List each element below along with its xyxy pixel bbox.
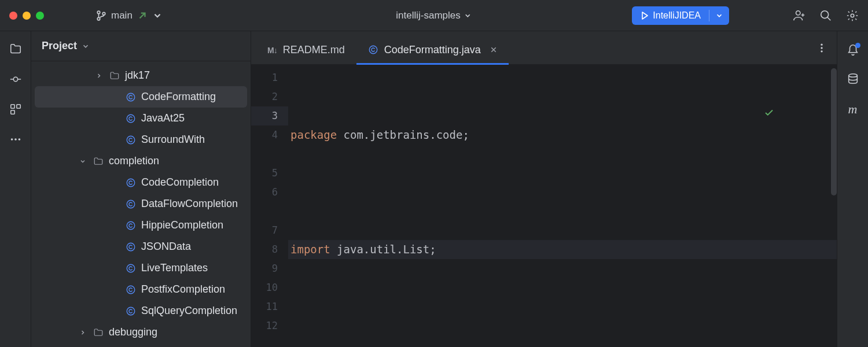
svg-point-1 [97,17,100,20]
svg-point-4 [821,10,829,18]
tree-item-label: JavaAt25 [141,112,185,124]
svg-point-23 [369,46,377,54]
tree-item-debugging[interactable]: debugging [31,322,251,343]
project-tree[interactable]: jdk17CodeFormattingJavaAt25SurroundWithc… [31,61,251,347]
tree-item-label: PostfixCompletion [141,283,225,296]
editor-tab-readme-md[interactable]: M↓README.md [256,35,356,64]
tree-item-label: jdk17 [125,69,150,82]
class-icon [368,45,378,55]
more-tool-icon[interactable] [9,133,22,146]
commit-tool-icon[interactable] [9,73,22,86]
tree-item-jsondata[interactable]: JSONData [31,236,251,257]
chevron-down-icon[interactable] [78,158,88,165]
arrow-up-right-icon [137,10,148,21]
svg-point-24 [821,43,822,45]
svg-point-6 [13,77,17,81]
notifications-icon[interactable] [847,44,859,57]
tree-item-dataflowcompletion[interactable]: DataFlowCompletion [31,193,251,215]
markdown-icon: M↓ [267,44,277,56]
project-panel-header[interactable]: Project [31,31,251,61]
tree-item-hippiecompletion[interactable]: HippieCompletion [31,215,251,236]
code-editor[interactable]: package com.jetbrains.code; import java.… [288,65,837,347]
svg-point-16 [127,179,135,187]
search-icon[interactable] [819,9,832,22]
tree-item-label: completion [109,155,159,167]
tree-item-completion[interactable]: completion [31,150,251,172]
project-name-dropdown[interactable]: intellij-samples [396,10,472,21]
chevron-down-icon [82,42,90,50]
project-tool-window: Project jdk17CodeFormattingJavaAt25Surro… [31,31,251,347]
editor-gutter: 1 2 3 4 5 6 7 8 9 10 11 12 [251,65,288,347]
branch-name: main [111,10,133,21]
close-window-button[interactable] [9,12,17,20]
tree-item-label: DataFlowCompletion [141,198,238,210]
svg-point-25 [821,47,822,49]
tree-item-postfixcompletion[interactable]: PostfixCompletion [31,279,251,300]
tree-item-codecompletion[interactable]: CodeCompletion [31,172,251,193]
svg-point-10 [10,138,13,141]
tree-item-codeformatting[interactable]: CodeFormatting [35,86,247,108]
svg-point-11 [14,138,17,141]
class-icon [125,113,137,124]
zoom-window-button[interactable] [36,12,44,20]
tree-item-jdk17[interactable]: jdk17 [31,65,251,86]
svg-point-3 [796,10,800,14]
svg-point-29 [848,74,857,77]
class-icon [125,135,137,145]
minimize-window-button[interactable] [23,12,31,20]
tree-item-label: JSONData [141,241,191,253]
scrollbar-thumb[interactable] [831,68,837,195]
chevron-down-icon [715,12,723,20]
divider [709,10,709,21]
database-tool-icon[interactable] [847,73,859,86]
editor-tab-bar: M↓README.mdCodeFormatting.java [251,31,837,65]
tree-item-label: SurroundWith [141,134,205,146]
tree-item-javaat25[interactable]: JavaAt25 [31,108,251,129]
run-configuration-button[interactable]: IntelliJIDEA [632,6,729,25]
folder-icon [93,156,104,167]
code-with-me-icon[interactable] [793,9,806,22]
svg-point-12 [18,138,20,141]
tree-item-sqlquerycompletion[interactable]: SqlQueryCompletion [31,300,251,322]
svg-point-0 [97,11,100,14]
notification-dot-icon [855,43,860,48]
chevron-down-icon [152,10,163,21]
class-icon [125,306,137,316]
vcs-branch-widget[interactable]: main [96,10,163,21]
svg-point-2 [102,12,105,15]
chevron-right-icon[interactable] [94,72,104,79]
tree-item-livetemplates[interactable]: LiveTemplates [31,257,251,279]
structure-tool-icon[interactable] [9,103,22,116]
svg-point-18 [127,222,135,230]
window-controls [9,12,44,20]
close-icon[interactable] [490,46,497,53]
svg-rect-9 [10,110,14,114]
tree-item-label: LiveTemplates [141,262,208,274]
project-tool-icon[interactable] [9,43,22,56]
class-icon [125,92,137,102]
chevron-right-icon[interactable] [78,329,88,336]
svg-rect-8 [16,105,20,108]
svg-point-15 [127,136,135,144]
svg-point-14 [127,115,135,123]
tree-item-label: HippieCompletion [141,219,223,231]
tab-menu-icon[interactable] [816,42,827,54]
tree-item-label: debugging [109,326,157,338]
class-icon [125,178,137,188]
project-panel-title: Project [42,40,77,52]
editor-tab-codeformatting-java[interactable]: CodeFormatting.java [356,35,509,64]
svg-point-5 [851,14,854,17]
titlebar: main intellij-samples IntelliJIDEA [0,0,868,31]
class-icon [125,199,137,209]
svg-point-17 [127,200,135,208]
svg-rect-7 [10,105,14,108]
tree-item-surroundwith[interactable]: SurroundWith [31,129,251,150]
gear-icon[interactable] [846,9,859,22]
class-icon [125,220,137,231]
maven-tool-icon[interactable]: m [848,102,858,117]
class-icon [125,285,137,295]
tree-item-label: CodeFormatting [141,91,216,103]
inspection-ok-icon[interactable] [764,69,830,156]
editor-body[interactable]: 1 2 3 4 5 6 7 8 9 10 11 12 package com.j… [251,65,837,347]
tree-item-label: SqlQueryCompletion [141,305,237,317]
